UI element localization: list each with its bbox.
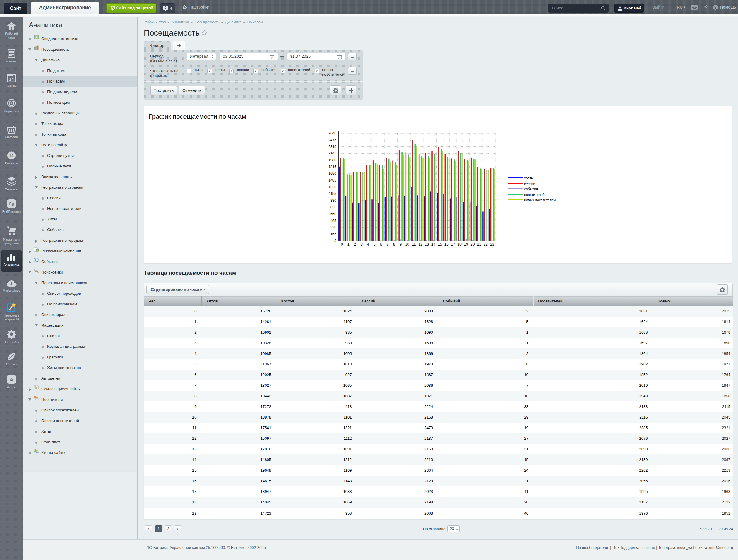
svg-text:?: ? [714,5,717,9]
svg-text:5: 5 [373,242,375,246]
svg-text:посетителей: посетителей [524,193,544,197]
svg-text:660: 660 [330,212,336,216]
svg-text:21: 21 [477,242,481,246]
svg-text:17: 17 [451,242,455,246]
svg-text:1815: 1815 [328,165,336,169]
svg-text:9: 9 [400,242,402,246]
svg-text:1980: 1980 [328,158,336,162]
svg-text:7: 7 [387,242,389,246]
svg-text:22: 22 [484,242,488,246]
svg-text:1650: 1650 [328,172,336,176]
svg-text:1320: 1320 [328,185,336,189]
svg-text:24: 24 [338,57,340,59]
svg-text:0: 0 [334,239,336,243]
svg-text:Σ: Σ [36,35,38,39]
svg-text:2: 2 [354,242,356,246]
svg-text:1: 1 [348,242,350,246]
svg-text:165: 165 [330,232,336,236]
svg-text:2310: 2310 [328,145,336,149]
svg-text:1155: 1155 [329,192,336,196]
svg-text:4: 4 [367,242,369,246]
svg-text:2475: 2475 [328,138,336,142]
svg-text:11: 11 [412,242,416,246]
svg-text:23: 23 [490,242,494,246]
svg-text:10: 10 [405,242,409,246]
svg-text:15: 15 [438,242,442,246]
svg-text:новых посетителей: новых посетителей [524,198,556,202]
svg-text:сессии: сессии [524,182,535,186]
svg-text:w: w [35,269,37,272]
svg-text:18: 18 [457,242,461,246]
svg-text:14: 14 [431,242,435,246]
svg-text:8: 8 [393,242,395,246]
svg-text:12: 12 [418,242,422,246]
svg-text:2640: 2640 [328,131,336,135]
svg-text:A: A [10,377,14,382]
svg-text:24: 24 [9,77,14,82]
svg-text:13: 13 [425,242,429,246]
svg-text:990: 990 [330,198,336,203]
svg-text:3: 3 [360,242,363,246]
svg-text:24: 24 [271,57,273,59]
svg-text:1485: 1485 [328,178,336,183]
svg-text:6: 6 [380,242,382,246]
svg-text:20: 20 [470,242,474,246]
svg-text:24: 24 [9,154,14,158]
svg-text:2145: 2145 [328,151,336,155]
svg-text:19: 19 [464,242,468,246]
svg-text:825: 825 [330,205,336,209]
svg-text:330: 330 [330,225,336,229]
svg-text:495: 495 [330,219,336,223]
svg-text:16: 16 [444,242,449,246]
svg-text:события: события [524,187,538,191]
svg-text:0: 0 [341,242,343,246]
svg-text:хосты: хосты [524,176,534,180]
